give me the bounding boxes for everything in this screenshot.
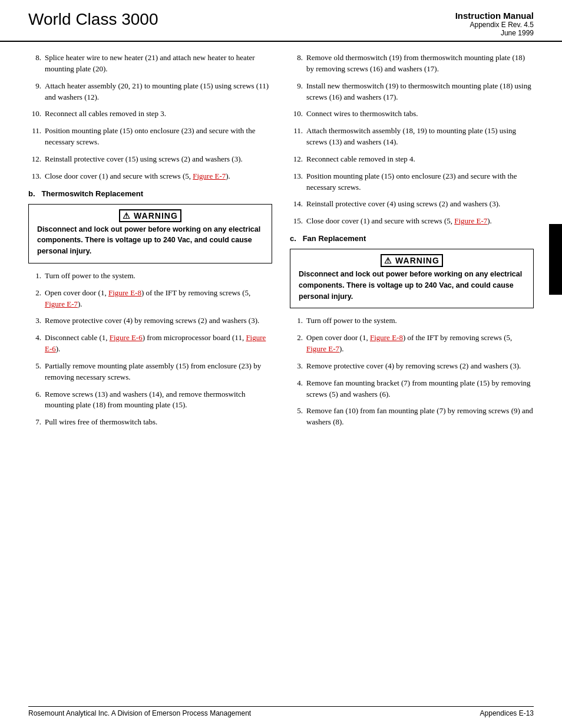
item-text: Connect wires to thermoswitch tabs. (306, 108, 534, 120)
list-item: 10. Connect wires to thermoswitch tabs. (290, 108, 534, 120)
manual-appendix: Appendix E Rev. 4.5 (455, 21, 534, 29)
list-item: 8. Remove old thermoswitch (19) from the… (290, 52, 534, 75)
figure-link[interactable]: Figure E-7 (45, 299, 78, 308)
footer: Rosemount Analytical Inc. A Division of … (28, 706, 534, 717)
item-num: 9. (28, 81, 41, 103)
item-num: 1. (290, 315, 303, 327)
item-text: Remove fan (10) from fan mounting plate … (306, 406, 534, 428)
item-text: Reconnect cable removed in step 4. (306, 154, 534, 165)
item-text: Turn off power to the system. (45, 271, 272, 282)
page: World Class 3000 Instruction Manual Appe… (0, 0, 562, 728)
item-num: 6. (28, 389, 41, 411)
item-num: 4. (290, 378, 303, 400)
item-text: Partially remove mounting plate assembly… (45, 361, 272, 383)
list-item: 7. Pull wires free of thermoswitch tabs. (28, 417, 272, 428)
header-right: Instruction Manual Appendix E Rev. 4.5 J… (455, 11, 534, 37)
list-item: 11. Attach thermoswitch assembly (18, 19… (290, 126, 534, 148)
list-item: 13. Close door cover (1) and secure with… (28, 171, 272, 182)
item-text: Disconnect cable (1, Figure E-6) from mi… (45, 332, 272, 355)
warning-box-b: ⚠ WARNING Disconnect and lock out power … (28, 204, 272, 263)
list-item: 12. Reconnect cable removed in step 4. (290, 154, 534, 165)
list-item: 8. Splice heater wire to new heater (21)… (28, 52, 272, 75)
warning-text-c: Disconnect and lock out power before wor… (299, 269, 525, 302)
col-left: 8. Splice heater wire to new heater (21)… (28, 52, 272, 434)
item-num: 13. (290, 171, 303, 193)
item-num: 11. (28, 126, 41, 148)
item-text: Close door cover (1) and secure with scr… (306, 216, 534, 227)
item-text: Install new thermoswitch (19) to thermos… (306, 81, 534, 103)
list-item: 2. Open cover door (1, Figure E-8) of th… (28, 288, 272, 310)
item-num: 8. (290, 52, 303, 75)
warning-title-text-c: ⚠ WARNING (381, 254, 443, 267)
warning-text-b: Disconnect and lock out power before wor… (37, 224, 263, 257)
item-num: 1. (28, 271, 41, 282)
list-item: 9. Attach heater assembly (20, 21) to mo… (28, 81, 272, 103)
left-list-top: 8. Splice heater wire to new heater (21)… (28, 52, 272, 182)
item-text: Remove protective cover (4) by removing … (45, 315, 272, 327)
figure-link[interactable]: Figure E-7 (306, 344, 339, 353)
list-item: 10. Reconnect all cables removed in step… (28, 108, 272, 120)
manual-title: Instruction Manual (455, 11, 534, 21)
list-item: 14. Reinstall protective cover (4) using… (290, 199, 534, 210)
list-item: 5. Remove fan (10) from fan mounting pla… (290, 406, 534, 428)
item-text: Attach heater assembly (20, 21) to mount… (45, 81, 272, 103)
item-num: 10. (28, 108, 41, 120)
item-text: Position mounting plate (15) onto enclos… (306, 171, 534, 193)
right-list-top: 8. Remove old thermoswitch (19) from the… (290, 52, 534, 227)
item-num: 3. (28, 315, 41, 327)
figure-link[interactable]: Figure E-8 (108, 288, 141, 297)
list-item: 3. Remove protective cover (4) by removi… (28, 315, 272, 327)
figure-link[interactable]: Figure E-8 (370, 333, 403, 342)
item-num: 11. (290, 126, 303, 148)
item-text: Remove old thermoswitch (19) from thermo… (306, 52, 534, 75)
manual-date: June 1999 (455, 29, 534, 37)
list-item: 13. Position mounting plate (15) onto en… (290, 171, 534, 193)
figure-link[interactable]: Figure E-6 (110, 333, 143, 342)
list-item: 2. Open cover door (1, Figure E-8) of th… (290, 332, 534, 355)
item-text: Splice heater wire to new heater (21) an… (45, 52, 272, 75)
item-num: 12. (290, 154, 303, 165)
item-text: Remove fan mounting bracket (7) from mou… (306, 378, 534, 400)
list-item: 12. Reinstall protective cover (15) usin… (28, 154, 272, 165)
item-num: 8. (28, 52, 41, 75)
figure-link[interactable]: Figure E-6 (45, 333, 266, 353)
item-num: 10. (290, 108, 303, 120)
list-item: 5. Partially remove mounting plate assem… (28, 361, 272, 383)
figure-link[interactable]: Figure E-7 (454, 216, 487, 225)
item-num: 5. (28, 361, 41, 383)
item-text: Reinstall protective cover (15) using sc… (45, 154, 272, 165)
item-text: Attach thermoswitch assembly (18, 19) to… (306, 126, 534, 148)
list-item: 4. Disconnect cable (1, Figure E-6) from… (28, 332, 272, 355)
item-num: 14. (290, 199, 303, 210)
item-text: Close door cover (1) and secure with scr… (45, 171, 272, 182)
list-item: 9. Install new thermoswitch (19) to ther… (290, 81, 534, 103)
footer-right: Appendices E-13 (480, 709, 534, 717)
item-text: Turn off power to the system. (306, 315, 534, 327)
list-item: 1. Turn off power to the system. (290, 315, 534, 327)
main-content: 8. Splice heater wire to new heater (21)… (0, 42, 562, 434)
list-item: 6. Remove screws (13) and washers (14), … (28, 389, 272, 411)
footer-left: Rosemount Analytical Inc. A Division of … (28, 709, 251, 717)
item-num: 9. (290, 81, 303, 103)
header: World Class 3000 Instruction Manual Appe… (0, 0, 562, 42)
warning-title-b: ⚠ WARNING (37, 210, 263, 220)
list-item: 15. Close door cover (1) and secure with… (290, 216, 534, 227)
item-num: 15. (290, 216, 303, 227)
figure-link[interactable]: Figure E-7 (193, 172, 226, 180)
col-right: 8. Remove old thermoswitch (19) from the… (290, 52, 534, 434)
item-num: 2. (290, 332, 303, 355)
item-num: 13. (28, 171, 41, 182)
warning-title-c: ⚠ WARNING (299, 255, 525, 265)
item-num: 7. (28, 417, 41, 428)
section-c-heading: c. Fan Replacement (290, 234, 534, 243)
item-text: Position mounting plate (15) onto enclos… (45, 126, 272, 148)
item-num: 2. (28, 288, 41, 310)
left-list-b: 1. Turn off power to the system. 2. Open… (28, 271, 272, 428)
right-tab (549, 224, 562, 295)
item-text: Remove screws (13) and washers (14), and… (45, 389, 272, 411)
item-text: Reconnect all cables removed in step 3. (45, 108, 272, 120)
item-num: 5. (290, 406, 303, 428)
warning-title-text: ⚠ WARNING (119, 209, 181, 222)
item-num: 12. (28, 154, 41, 165)
item-text: Pull wires free of thermoswitch tabs. (45, 417, 272, 428)
